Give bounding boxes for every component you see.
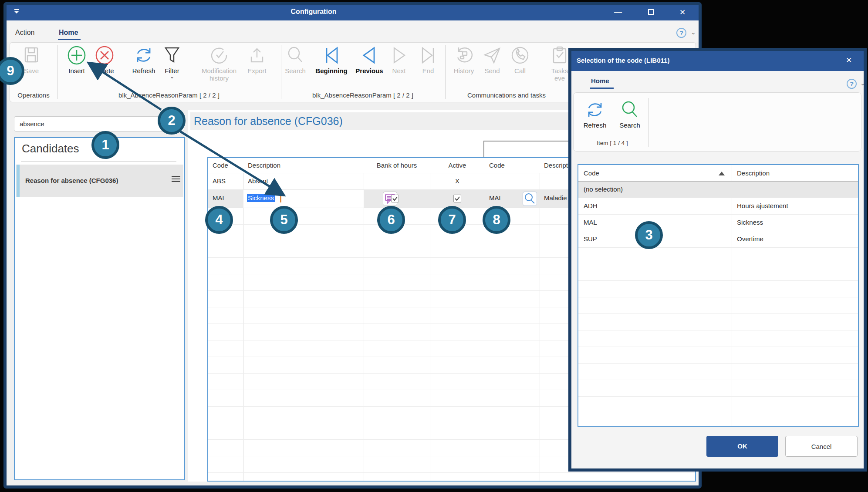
cancel-button[interactable]: Cancel bbox=[785, 436, 858, 457]
dialog-title: Selection of the code (LIB011) bbox=[577, 57, 669, 64]
callout-5: 5 bbox=[270, 206, 298, 234]
table-row[interactable]: MAL Sickness bbox=[578, 215, 858, 231]
cell-description[interactable]: Overtime bbox=[737, 235, 763, 243]
ribbon-separator bbox=[648, 98, 649, 147]
callout-2: 2 bbox=[158, 107, 186, 135]
header-code[interactable]: Code bbox=[584, 169, 599, 177]
arrow-to-insert bbox=[90, 64, 161, 110]
table-row[interactable]: ADH Hours ajustement bbox=[578, 198, 858, 215]
ok-button[interactable]: OK bbox=[706, 436, 778, 457]
refresh-icon bbox=[585, 100, 605, 120]
cell-code[interactable]: MAL bbox=[584, 219, 597, 226]
cell-description[interactable]: Hours ajustement bbox=[737, 202, 788, 209]
code-selection-table: Code Description (no selection) ADH Hour… bbox=[578, 164, 859, 427]
dialog-tab-home[interactable]: Home bbox=[591, 77, 609, 84]
callout-4: 4 bbox=[205, 206, 233, 234]
dialog-refresh-button[interactable]: Refresh bbox=[580, 100, 610, 129]
dialog-help-icon[interactable]: ? bbox=[847, 79, 857, 89]
callout-7: 7 bbox=[438, 206, 466, 234]
empty-grid-rows bbox=[578, 248, 858, 426]
sort-ascending-icon[interactable] bbox=[719, 172, 725, 175]
dialog-ribbon: Refresh Search Item [ 1 / 4 ] bbox=[573, 92, 861, 152]
active-tab-underline bbox=[590, 88, 614, 89]
header-description[interactable]: Description bbox=[737, 169, 770, 177]
selection-dialog: Selection of the code (LIB011) ✕ Home ? … bbox=[568, 48, 867, 472]
callout-6: 6 bbox=[377, 206, 405, 234]
arrow-to-sickness-cell bbox=[180, 131, 282, 194]
callout-3: 3 bbox=[635, 221, 663, 249]
table-row-no-selection[interactable]: (no selection) bbox=[578, 182, 858, 198]
table-row[interactable]: SUP Overtime bbox=[578, 231, 858, 248]
search-icon bbox=[620, 100, 640, 120]
callout-8: 8 bbox=[483, 206, 510, 234]
table-header-row: Code Description bbox=[578, 165, 858, 182]
cell-code[interactable]: ADH bbox=[584, 202, 598, 209]
cell-description[interactable]: Sickness bbox=[737, 219, 763, 226]
cell-code[interactable]: (no selection) bbox=[584, 185, 623, 193]
dialog-search-button[interactable]: Search bbox=[615, 100, 645, 129]
callout-1: 1 bbox=[91, 131, 119, 159]
dialog-close-button[interactable]: ✕ bbox=[846, 56, 852, 65]
group-label-item: Item [ 1 / 4 ] bbox=[580, 140, 645, 146]
chevron-down-icon[interactable]: ⌄ bbox=[860, 80, 865, 87]
cell-code[interactable]: SUP bbox=[584, 235, 597, 243]
